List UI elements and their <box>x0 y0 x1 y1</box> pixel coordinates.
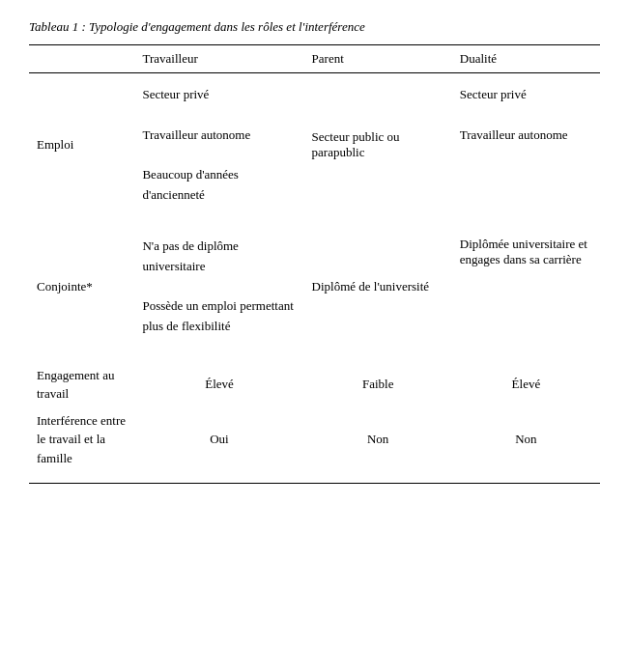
row-interference: Interférence entre le travail et la fami… <box>29 407 600 484</box>
label-conjointe: Conjointe* <box>29 225 134 349</box>
cell-conjointe-dualite: Diplômée universitaire et engages dans s… <box>452 225 600 349</box>
cell-engagement-dualite: Élevé <box>452 356 600 407</box>
cell-conjointe-parent: Diplômé de l'université <box>304 225 452 349</box>
cell-emploi-parent: Secteur public ou parapublic <box>304 73 452 217</box>
cell-engagement-parent: Faible <box>304 356 452 407</box>
cell-engagement-travailleur: Élevé <box>134 356 303 407</box>
header-row: Travailleur Parent Dualité <box>29 45 600 73</box>
conjointe-travailleur-item-2: Possède un emploi permettant plus de fle… <box>142 296 296 337</box>
col-header-travailleur: Travailleur <box>134 45 303 73</box>
conjointe-dualite-item-1: Diplômée universitaire et engages dans s… <box>460 237 592 267</box>
emploi-travailleur-item-1: Secteur privé <box>142 85 296 105</box>
cell-conjointe-travailleur: N'a pas de diplôme universitaire Possède… <box>134 225 303 349</box>
col-header-parent: Parent <box>304 45 452 73</box>
label-interference: Interférence entre le travail et la fami… <box>29 407 134 484</box>
conjointe-parent-item-1: Diplômé de l'université <box>312 279 444 294</box>
spacer-2 <box>29 349 600 356</box>
spacer-1 <box>29 217 600 225</box>
emploi-dualite-item-1: Secteur privé <box>460 85 592 105</box>
row-conjointe: Conjointe* N'a pas de diplôme universita… <box>29 225 600 349</box>
col-header-empty <box>29 45 134 73</box>
cell-interference-dualite: Non <box>452 407 600 484</box>
cell-emploi-dualite: Secteur privé Travailleur autonome <box>452 73 600 217</box>
emploi-travailleur-item-3: Beaucoup d'années d'ancienneté <box>142 165 296 206</box>
col-header-dualite: Dualité <box>452 45 600 73</box>
label-emploi: Emploi <box>29 73 134 217</box>
emploi-dualite-item-2: Travailleur autonome <box>460 126 592 146</box>
row-emploi: Emploi Secteur privé Travailleur autonom… <box>29 73 600 217</box>
label-engagement: Engagement au travail <box>29 356 134 407</box>
table-title: Tableau 1 : Typologie d'engagement dans … <box>29 19 600 35</box>
cell-interference-parent: Non <box>304 407 452 484</box>
cell-interference-travailleur: Oui <box>134 407 303 484</box>
emploi-parent-item-1: Secteur public ou parapublic <box>312 129 444 160</box>
cell-emploi-travailleur: Secteur privé Travailleur autonome Beauc… <box>134 73 303 217</box>
conjointe-travailleur-item-1: N'a pas de diplôme universitaire <box>142 237 296 277</box>
main-table: Travailleur Parent Dualité Emploi Secteu… <box>29 44 600 484</box>
row-engagement: Engagement au travail Élevé Faible Élevé <box>29 356 600 407</box>
emploi-travailleur-item-2: Travailleur autonome <box>142 126 296 146</box>
